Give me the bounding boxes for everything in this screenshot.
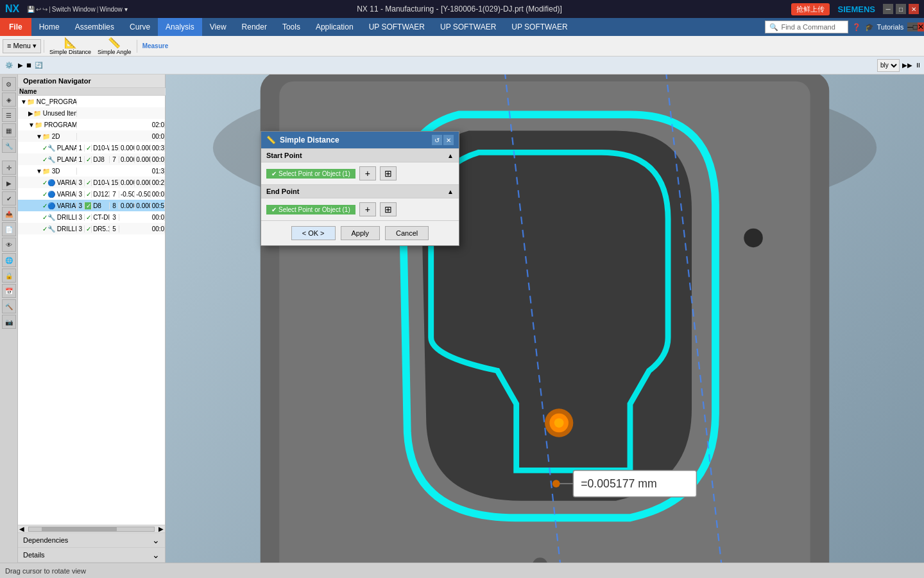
op-run-btn[interactable]: ▶▶	[902, 62, 912, 69]
left-icon-nav[interactable]: ☰	[2, 108, 16, 122]
start-point-select-row: ✔ Select Point or Object (1) + ⊞	[266, 166, 454, 180]
operation-toolbar: ⚙️ ▶ ⏹ 🔄 bly ▶▶ ⏸	[0, 57, 924, 74]
menu-curve[interactable]: Curve	[122, 18, 158, 36]
sep2: |	[97, 6, 99, 13]
menu-analysis[interactable]: Analysis	[158, 18, 202, 36]
left-icon-cam[interactable]: 📷	[2, 315, 16, 329]
op-tb-icon4[interactable]: 🔄	[35, 62, 42, 69]
start-point-filter-btn[interactable]: ⊞	[380, 166, 397, 180]
menu-min-btn[interactable]: ─	[907, 22, 913, 31]
left-icon-op[interactable]: ▦	[2, 123, 16, 137]
scroll-left-btn[interactable]: ◀	[18, 525, 26, 532]
details-section[interactable]: Details ⌄	[18, 548, 165, 563]
table-row[interactable]: ✓🔵 VARIABLE_CON... 3 ✓ DJ12X45 7 -0.5000…	[18, 188, 165, 200]
menu-assemblies[interactable]: Assemblies	[67, 18, 122, 36]
close-button[interactable]: ✕	[909, 4, 919, 14]
left-icon-move[interactable]: ✛	[2, 161, 16, 175]
left-icon-cal[interactable]: 📅	[2, 284, 16, 298]
menu-tools[interactable]: Tools	[275, 18, 308, 36]
operation-dropdown[interactable]: bly	[877, 59, 900, 72]
table-row[interactable]: ✓🔧 DRILLING 3 ✓ CT-DR4 3 00:00:	[18, 211, 165, 223]
dependencies-section[interactable]: Dependencies ⌄	[18, 533, 165, 548]
dialog-title-text: Simple Distance	[280, 136, 339, 144]
left-icon-bar: ⚙ ◈ ☰ ▦ 🔧 ✛ ▶ ✔ 📤 📄 👁 🌐 🔒 📅 🔨 📷	[0, 74, 18, 563]
simple-angle-btn[interactable]: 📏 Simple Angle	[95, 35, 134, 57]
undo-icon[interactable]: ↩	[36, 6, 41, 13]
menu-up1[interactable]: UP SOFTWAER	[361, 18, 432, 36]
nav-tree: ▼📁 NC_PROGRAM ▶📁 Unused Items ▼📁 PROGRAM…	[18, 96, 165, 525]
menu-max-btn[interactable]: □	[913, 22, 918, 31]
measure-label[interactable]: Measure	[140, 41, 171, 51]
menu-toggle-btn[interactable]: ≡ Menu ▾	[3, 39, 41, 53]
dialog-close-btn[interactable]: ✕	[443, 135, 454, 145]
start-point-section-header[interactable]: Start Point ▲	[261, 148, 459, 162]
menu-application[interactable]: Application	[308, 18, 361, 36]
left-icon-sim[interactable]: ▶	[2, 176, 16, 190]
table-row[interactable]: ✓🔧 DRILLING_COPY 3 ✓ DR5.1 5 00:02:	[18, 223, 165, 234]
window-menu-btn[interactable]: Window ▾	[99, 6, 127, 13]
tutorials-btn[interactable]: 🎓 Tutorials	[865, 23, 903, 31]
dialog-icon: 📏	[266, 136, 276, 144]
switch-window-btn[interactable]: Switch Window	[52, 6, 96, 13]
start-point-add-btn[interactable]: +	[359, 166, 376, 180]
apply-button[interactable]: Apply	[341, 226, 381, 240]
dialog-refresh-btn[interactable]: ↺	[432, 135, 442, 145]
table-row[interactable]: ▼📁 NC_PROGRAM	[18, 96, 165, 107]
menu-render[interactable]: Render	[234, 18, 275, 36]
menu-up3[interactable]: UP SOFTWAER	[504, 18, 575, 36]
minimize-button[interactable]: ─	[883, 4, 893, 14]
upload-button[interactable]: 抢鲜上传	[791, 3, 830, 15]
scroll-right-btn[interactable]: ▶	[157, 525, 165, 532]
left-icon-lock[interactable]: 🔒	[2, 268, 16, 283]
find-command-input[interactable]: 🔍 Find a Command	[765, 21, 848, 33]
op-tb-icon1[interactable]: ⚙️	[3, 60, 15, 70]
scroll-thumb[interactable]	[42, 527, 117, 531]
left-icon-parts[interactable]: ◈	[2, 92, 16, 107]
left-icon-globe[interactable]: 🌐	[2, 253, 16, 267]
table-row[interactable]: ▼📁 3D 01:31:	[18, 165, 165, 177]
table-row[interactable]: ✓🔧 PLANAR_MILL_1... 1 ✓ DJ8 7 0.0000 0.0…	[18, 153, 165, 165]
left-icon-settings[interactable]: ⚙	[2, 77, 16, 91]
table-row[interactable]: ✓🔧 PLANAR_MILL 1 ✓ D10-WGB 15 0.0000 0.0…	[18, 142, 165, 153]
nav-hscrollbar[interactable]: ◀ ▶	[18, 525, 165, 532]
maximize-button[interactable]: □	[896, 4, 906, 14]
end-point-select-row: ✔ Select Point or Object (1) + ⊞	[266, 202, 454, 216]
end-point-select-btn[interactable]: ✔ Select Point or Object (1)	[266, 205, 355, 215]
menu-up2[interactable]: UP SOFTWAER	[432, 18, 504, 36]
simple-distance-dialog: 📏 Simple Distance ↺ ✕ Start Point ▲	[261, 131, 459, 246]
left-icon-wrench[interactable]: 🔨	[2, 299, 16, 313]
ok-button[interactable]: < OK >	[291, 226, 336, 240]
left-icon-tool[interactable]: 🔧	[2, 139, 16, 153]
dialog-title-bar[interactable]: 📏 Simple Distance ↺ ✕	[261, 132, 459, 148]
end-point-label: End Point	[266, 188, 299, 195]
3d-viewport[interactable]: X Y Z =0.005177 mm 3D世界网 www.3ddl.net	[166, 74, 924, 563]
end-point-section-header[interactable]: End Point ▲	[261, 184, 459, 198]
left-icon-verify[interactable]: ✔	[2, 191, 16, 206]
op-stop-btn[interactable]: ⏸	[915, 62, 921, 69]
table-row[interactable]: ✓🔵 VARIABLE_CON... 3 ✓ D10-WGB 15 0.0000…	[18, 177, 165, 188]
table-row[interactable]: ▼📁 2D 00:00:	[18, 130, 165, 142]
menu-home[interactable]: Home	[31, 18, 67, 36]
help-icon[interactable]: ❓	[852, 23, 861, 31]
svg-point-6	[554, 418, 564, 428]
end-point-filter-btn[interactable]: ⊞	[380, 202, 397, 216]
menu-close-btn[interactable]: ✕	[918, 22, 924, 31]
simple-distance-btn[interactable]: 📐 Simple Distance	[47, 35, 94, 57]
op-tb-icon2[interactable]: ▶	[18, 62, 23, 69]
table-row[interactable]: ▶📁 Unused Items	[18, 107, 165, 119]
table-row[interactable]: ▼📁 PROGRAM 02:09:	[18, 119, 165, 130]
menu-view[interactable]: View	[202, 18, 234, 36]
menu-file[interactable]: File	[0, 18, 31, 36]
left-icon-post[interactable]: 📤	[2, 207, 16, 221]
end-point-add-btn[interactable]: +	[359, 202, 376, 216]
save-icon[interactable]: 💾	[27, 6, 35, 13]
cancel-button[interactable]: Cancel	[385, 226, 429, 240]
scroll-track[interactable]	[28, 527, 155, 532]
search-icon: 🔍	[769, 23, 778, 31]
table-row[interactable]: ✓🔵 VARIABLE_CON... 3 ✓ D8 8 0.0000 0.000…	[18, 200, 165, 211]
start-point-select-btn[interactable]: ✔ Select Point or Object (1)	[266, 169, 355, 179]
redo-icon[interactable]: ↪	[42, 6, 47, 13]
left-icon-eye[interactable]: 👁	[2, 238, 16, 252]
op-tb-icon3[interactable]: ⏹	[26, 62, 32, 69]
left-icon-report[interactable]: 📄	[2, 222, 16, 236]
